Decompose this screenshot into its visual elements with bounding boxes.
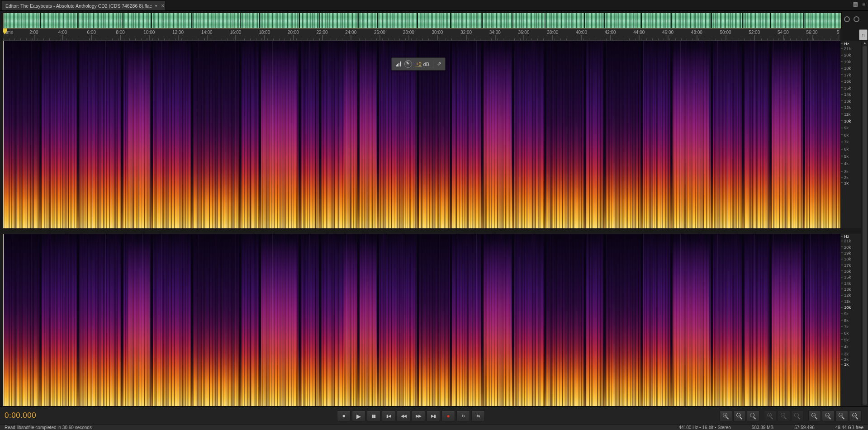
overview-track-separator	[299, 13, 300, 28]
tab-close-icon[interactable]: ×	[161, 3, 164, 9]
scroll-up-icon[interactable]: ▲	[862, 41, 868, 44]
frequency-label: 11k	[844, 298, 851, 303]
zoom-out-horizontal-button[interactable]: −	[822, 411, 835, 421]
track-separator	[769, 41, 772, 228]
track-separator	[670, 41, 673, 228]
tab-dropdown-icon[interactable]: ▾	[155, 4, 157, 8]
overview-zoom-in-icon[interactable]	[854, 16, 859, 22]
skip-selection-button[interactable]: ⇆	[471, 411, 485, 421]
zoom-out-button[interactable]: −	[733, 411, 746, 421]
overview-waveform-left	[4, 13, 841, 21]
rewind-button[interactable]: ◀◀	[397, 411, 410, 421]
overview-track-separator	[417, 13, 418, 28]
record-icon: ●	[446, 413, 450, 419]
zoom-out-vertical-button[interactable]: −	[849, 411, 862, 421]
frequency-label: 19k	[844, 250, 851, 255]
timeline-label: 48:00	[691, 30, 702, 35]
quiet-region	[4, 41, 38, 228]
volume-hud[interactable]: +0 dB ⇗	[391, 57, 446, 71]
zoom-in-horizontal-button[interactable]: +	[808, 411, 821, 421]
frequency-label: 10k	[844, 305, 851, 310]
quiet-region	[604, 41, 640, 228]
timeline-label: 36:00	[518, 30, 529, 35]
hud-pin-icon[interactable]: ⇗	[437, 61, 441, 67]
overview-zoom-controls	[844, 16, 859, 22]
track-separator	[603, 234, 606, 406]
fast-forward-icon: ▶▶	[416, 414, 421, 418]
timeline-label: 14:00	[201, 30, 213, 35]
magnifier-icon: +	[767, 413, 773, 419]
loud-region	[672, 41, 709, 228]
frequency-label: 16k	[844, 79, 851, 84]
frequency-label: 15k	[844, 274, 851, 279]
loud-region	[344, 41, 375, 228]
timeline-label: 8:00	[116, 30, 124, 35]
loud-region	[482, 234, 511, 406]
frequency-label: 17k	[844, 72, 851, 77]
loop-playback-button[interactable]: ↻	[456, 411, 470, 421]
scrollbar-thumb[interactable]	[863, 46, 867, 405]
overview-track-separator	[711, 13, 712, 28]
timeline-label: 52:00	[749, 30, 760, 35]
frequency-label: 17k	[844, 262, 851, 267]
track-separator	[640, 234, 643, 406]
skip-to-end-button[interactable]: ▶▮	[427, 411, 440, 421]
track-separator	[450, 41, 452, 228]
panel-menu-icon[interactable]: ≡	[862, 1, 865, 7]
quiet-region	[191, 234, 238, 406]
zoom-in-button[interactable]: +	[720, 411, 732, 421]
record-button[interactable]: ●	[441, 411, 455, 421]
frequency-label: 4k	[844, 344, 849, 349]
frequency-label: 10k	[844, 118, 851, 123]
frequency-label: 13k	[844, 286, 851, 291]
track-separator	[191, 234, 193, 406]
skip-to-start-button[interactable]: ▮◀	[382, 411, 395, 421]
frequency-label: 1k	[844, 362, 849, 367]
zoom-in-selection-button[interactable]: +	[764, 411, 777, 421]
volume-value[interactable]: +0	[416, 61, 422, 67]
track-separator	[481, 41, 484, 228]
workspace-icon[interactable]: ▤	[853, 1, 858, 7]
zoom-out-selection-button[interactable]: −	[778, 411, 790, 421]
overview-zoom-out-icon[interactable]	[844, 16, 850, 22]
stop-button[interactable]: ■	[337, 411, 351, 421]
frequency-label: 9k	[844, 311, 849, 316]
track-separator	[319, 234, 321, 406]
frequency-label: 12k	[844, 293, 851, 298]
playhead-line[interactable]	[3, 41, 4, 228]
timeline-ruler[interactable]: hms 2:004:006:008:0010:0012:0014:0016:00…	[3, 28, 840, 41]
timeline-label: 46:00	[662, 30, 674, 35]
overview-strip[interactable]	[3, 13, 841, 28]
fast-forward-button[interactable]: ▶▶	[412, 411, 425, 421]
time-display[interactable]: 0:00.000	[5, 411, 36, 420]
overview-track-separator	[482, 13, 483, 28]
timeline-label: 38:00	[547, 30, 558, 35]
zoom-full-button[interactable]	[747, 411, 759, 421]
volume-knob[interactable]	[404, 60, 412, 68]
spectrogram-right-channel[interactable]	[3, 234, 840, 406]
track-separator	[151, 234, 153, 406]
zoom-in-vertical-button[interactable]: +	[835, 411, 848, 421]
frequency-label: 15k	[844, 85, 851, 90]
overview-track-separator	[240, 13, 241, 28]
magnifier-icon: −	[736, 413, 743, 419]
zoom-selection-button[interactable]	[791, 411, 804, 421]
timeline-label: 28:00	[403, 30, 414, 35]
pause-button[interactable]: ▮▮	[367, 411, 380, 421]
tab-title: Editor: The Easybeats - Absolute Antholo…	[5, 3, 152, 9]
loud-region	[672, 234, 709, 406]
track-separator	[151, 41, 153, 228]
editor-tab[interactable]: Editor: The Easybeats - Absolute Antholo…	[1, 0, 166, 10]
frequency-label: 4k	[844, 161, 849, 166]
hud-divider	[433, 60, 433, 68]
timeline-label: 2:00	[29, 30, 38, 35]
snap-toggle[interactable]: ∩	[859, 29, 868, 40]
playhead-line[interactable]	[3, 234, 4, 406]
play-button[interactable]: ▶	[352, 411, 365, 421]
frequency-label: 3k	[844, 351, 849, 356]
timeline-label: 40:00	[576, 30, 587, 35]
status-duration: 57:59.496	[794, 425, 815, 430]
vertical-scrollbar[interactable]: ▲	[862, 41, 868, 406]
frequency-label: 13k	[844, 98, 851, 103]
track-separator	[357, 41, 360, 228]
